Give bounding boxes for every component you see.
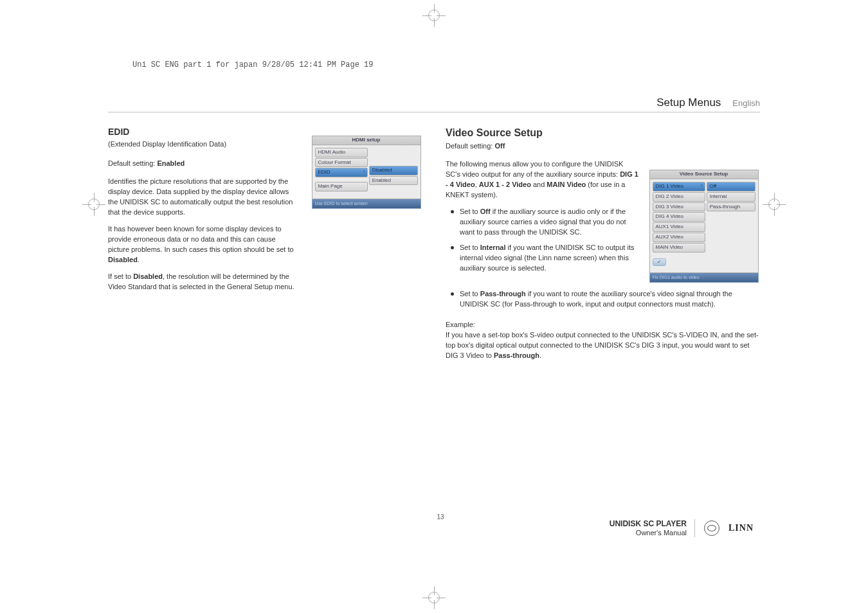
- vss-bullet-1: Set to Off if the auxiliary source is au…: [460, 207, 640, 238]
- crop-mark: [422, 586, 446, 609]
- page-body: Setup Menus English EDID (Extended Displ…: [108, 96, 760, 549]
- vss-default-value: Off: [494, 142, 505, 150]
- menu-item: Colour Format: [315, 158, 368, 168]
- page-footer: 13 UNIDISK SC PLAYER Owner's Manual LINN: [108, 519, 760, 537]
- b2b: Internal: [480, 244, 506, 251]
- vss-heading: Video Source Setup: [446, 125, 760, 140]
- product-label: UNIDISK SC PLAYER Owner's Manual: [610, 519, 695, 537]
- edid-default: Default setting: Enabled: [108, 159, 298, 169]
- crop-mark: [422, 4, 446, 27]
- page-title: Setup Menus: [656, 96, 721, 109]
- figure-caption: Use EDID to select screen: [312, 199, 421, 209]
- example-bold: Pass-through: [494, 351, 539, 359]
- menu-item-selected: EDID: [315, 168, 368, 177]
- example-tail: .: [539, 351, 541, 359]
- page-language: English: [732, 98, 760, 108]
- menu-option: Enabled: [369, 176, 418, 186]
- menu-option: Pass-through: [707, 202, 755, 212]
- figure-hdmi-setup: HDMI setup HDMI Audio Colour Format EDID…: [312, 136, 421, 209]
- edid-p2: It has however been known for some displ…: [108, 224, 298, 265]
- menu-item: DIG 2 Video: [653, 192, 705, 202]
- vss-p1a: The following menus allow you to configu…: [446, 160, 623, 178]
- edid-p3a: If set to: [108, 272, 133, 280]
- example-text: If you have a set-top box's S-video outp…: [446, 331, 759, 359]
- menu-item-selected: DIG 1 Video: [653, 182, 705, 191]
- menu-item: MAIN Video: [653, 243, 705, 253]
- menu-item: AUX1 Video: [653, 222, 705, 232]
- vss-default-label: Default setting:: [446, 142, 494, 150]
- vss-p1s2: and: [531, 181, 547, 188]
- brand-logo: LINN: [728, 523, 754, 533]
- disc-icon: [704, 520, 719, 536]
- b2a: Set to: [460, 244, 480, 251]
- example-body: If you have a set-top box's S-video outp…: [446, 330, 760, 361]
- b1a: Set to: [460, 208, 480, 215]
- edid-p2-tail: .: [138, 256, 140, 263]
- print-slug-line: Uni SC ENG part 1 for japan 9/28/05 12:4…: [132, 60, 373, 69]
- vss-bullet-3: Set to Pass-through if you want to route…: [460, 289, 760, 310]
- confirm-tick-icon: ✓: [653, 258, 666, 267]
- b3a: Set to: [460, 290, 480, 298]
- column-left: EDID (Extended Display Identification Da…: [108, 125, 422, 368]
- menu-option-selected: Disabled: [369, 166, 418, 175]
- edid-default-value: Enabled: [157, 159, 185, 167]
- menu-item: HDMI Audio: [315, 148, 368, 157]
- example-heading: Example:: [446, 320, 760, 330]
- figure-video-source-setup: Video Source Setup DIG 1 Video DIG 2 Vid…: [649, 170, 759, 283]
- figure-caption: Fix DIG1 audio to video: [649, 273, 759, 283]
- vss-p1: The following menus allow you to configu…: [446, 159, 640, 200]
- page-number: 13: [114, 513, 766, 520]
- edid-p3b: Disabled: [133, 272, 163, 280]
- edid-p3: If set to Disabled, the resolution will …: [108, 272, 298, 292]
- menu-option-selected: Off: [707, 182, 755, 191]
- edid-default-label: Default setting:: [108, 159, 157, 167]
- edid-p2-bold: Disabled: [108, 256, 138, 263]
- menu-item: DIG 4 Video: [653, 212, 705, 222]
- product-name: UNIDISK SC PLAYER: [610, 519, 687, 528]
- vss-bullet-2: Set to Internal if you want the UNIDISK …: [460, 243, 640, 274]
- vss-bullets-cont: Set to Pass-through if you want to route…: [446, 289, 760, 310]
- b1b: Off: [480, 208, 491, 215]
- column-right: Video Source Setup Default setting: Off …: [446, 125, 760, 368]
- figure-title: Video Source Setup: [649, 170, 759, 179]
- page-header: Setup Menus English: [108, 96, 760, 112]
- figure-title: HDMI setup: [312, 136, 421, 145]
- menu-item: AUX2 Video: [653, 233, 705, 242]
- b3b: Pass-through: [480, 290, 526, 298]
- menu-item: DIG 3 Video: [653, 202, 705, 212]
- menu-option: Internal: [707, 192, 755, 202]
- crop-mark: [82, 193, 105, 216]
- edid-subtitle: (Extended Display Identification Data): [108, 139, 298, 150]
- edid-p2-text: It has however been known for some displ…: [108, 225, 294, 253]
- edid-p1: Identifies the picture resolutions that …: [108, 177, 298, 218]
- vss-bullets: Set to Off if the auxiliary source is au…: [446, 207, 640, 274]
- edid-heading: EDID: [108, 125, 298, 138]
- menu-item: Main Page: [315, 182, 368, 191]
- crop-mark: [763, 193, 786, 216]
- product-subtitle: Owner's Manual: [610, 529, 687, 537]
- vss-p1b3: MAIN Video: [547, 181, 586, 188]
- vss-p1b2: AUX 1 - 2 Video: [479, 181, 531, 188]
- vss-default: Default setting: Off: [446, 141, 760, 152]
